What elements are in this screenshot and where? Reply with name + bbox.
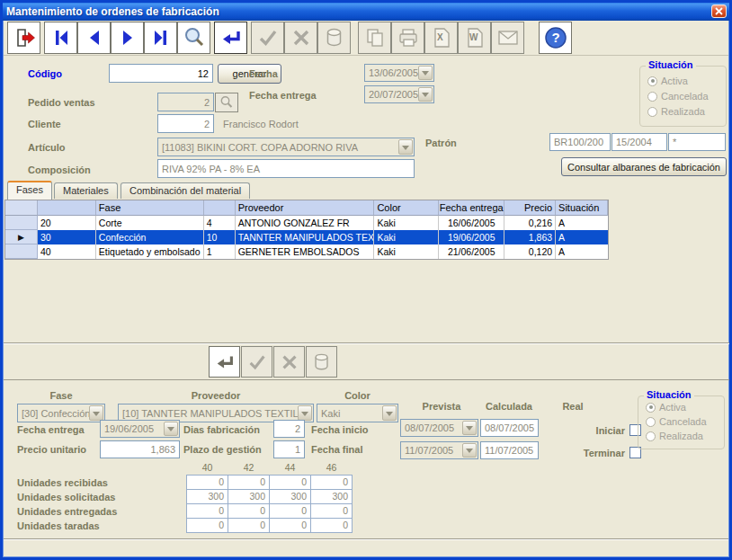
talla-cell[interactable]: 0 xyxy=(270,475,311,489)
fecha-final-prevista-combo[interactable]: 11/07/2005 xyxy=(400,441,478,459)
talla-cell[interactable]: 0 xyxy=(311,475,353,489)
fecha-label: Fecha xyxy=(249,68,278,79)
chevron-down-icon xyxy=(298,405,312,421)
fecha-final-label: Fecha final xyxy=(311,444,362,455)
pedido-lookup-button[interactable] xyxy=(215,93,238,112)
tallas-grid: 40 42 44 46 0 0 0 0 300 300 300 300 0 0 … xyxy=(186,460,353,533)
patron-input-2[interactable]: 15/2004 xyxy=(611,133,667,151)
col-precio[interactable]: Precio xyxy=(504,200,556,216)
search-icon xyxy=(183,26,206,49)
talla-cell[interactable]: 0 xyxy=(228,503,270,518)
talla-cell[interactable]: 0 xyxy=(311,503,353,518)
consultar-albaranes-button[interactable]: Consultar albaranes de fabricación xyxy=(561,157,727,176)
cylinder-icon xyxy=(311,351,333,373)
detail-radio-activa[interactable]: Activa xyxy=(646,402,686,413)
talla-cell[interactable]: 0 xyxy=(228,475,270,489)
fecha-inicio-calculada-input[interactable]: 08/07/2005 xyxy=(480,419,539,437)
dias-fabricacion-input[interactable]: 2 xyxy=(273,420,305,438)
talla-cell[interactable]: 300 xyxy=(311,489,353,503)
tallas-row-entregadas: 0 0 0 0 xyxy=(187,503,353,518)
last-record-icon xyxy=(149,26,173,49)
radio-cancelada[interactable]: Cancelada xyxy=(647,91,709,102)
copy-button xyxy=(358,22,391,54)
talla-cell[interactable]: 0 xyxy=(270,518,311,532)
table-row-selected[interactable]: ▶ 30 Confección 10 TANNTER MANIPULADOS T… xyxy=(5,230,608,244)
table-row[interactable]: 40 Etiquetado y embolsado 1 GERNETER EMB… xyxy=(5,244,608,259)
codigo-input[interactable]: 12 xyxy=(109,64,213,83)
talla-cell[interactable]: 300 xyxy=(228,489,270,503)
svg-text:?: ? xyxy=(551,30,559,45)
fecha-inicio-label: Fecha inicio xyxy=(311,424,369,435)
talla-cell[interactable]: 0 xyxy=(187,475,228,489)
fecha-entrega-combo[interactable]: 20/07/2005 xyxy=(364,85,434,103)
precio-unitario-input[interactable]: 1,863 xyxy=(100,440,180,458)
cliente-nombre: Francisco Rodort xyxy=(223,119,299,129)
last-record-button[interactable] xyxy=(144,22,177,54)
talla-cell[interactable]: 300 xyxy=(187,489,228,503)
first-record-button[interactable] xyxy=(44,22,77,54)
previous-record-icon xyxy=(83,26,106,49)
detail-proveedor-label: Proveedor xyxy=(118,390,314,401)
confirm-button xyxy=(251,22,284,54)
radio-icon xyxy=(647,92,657,102)
radio-activa[interactable]: Activa xyxy=(647,76,688,86)
prevista-label: Prevista xyxy=(407,401,476,412)
codigo-label: Código xyxy=(28,68,62,79)
detail-fase-combo[interactable]: [30] Confección xyxy=(17,404,105,422)
tab-combinacion-material[interactable]: Combinación del material xyxy=(121,182,250,199)
svg-text:W: W xyxy=(469,32,478,42)
fecha-combo[interactable]: 13/06/2005 xyxy=(364,64,434,82)
detail-radio-realizada[interactable]: Realizada xyxy=(646,431,703,441)
talla-cell[interactable]: 0 xyxy=(228,518,270,532)
col-color[interactable]: Color xyxy=(374,200,439,216)
talla-cell[interactable]: 300 xyxy=(270,489,311,503)
send-mail-button xyxy=(491,22,524,54)
unidades-taradas-label: Unidades taradas xyxy=(17,520,100,531)
table-row[interactable]: 20 Corte 4 ANTONIO GONZALEZ FR Kaki 16/0… xyxy=(5,216,608,230)
fecha-final-calculada-input[interactable]: 11/07/2005 xyxy=(480,441,539,459)
pedido-ventas-input[interactable]: 2 xyxy=(157,93,214,111)
fases-table-header: Fase Proveedor Color Fecha entrega Preci… xyxy=(5,200,608,216)
detail-fase-label: Fase xyxy=(17,390,105,401)
tab-materiales[interactable]: Materiales xyxy=(54,182,118,199)
exit-button[interactable] xyxy=(7,22,40,54)
detail-situacion-groupbox: Situación Activa Cancelada Realizada xyxy=(638,396,725,449)
col-proveedor[interactable]: Proveedor xyxy=(236,200,375,216)
talla-cell[interactable]: 0 xyxy=(187,518,228,532)
tallas-row-solicitadas: 300 300 300 300 xyxy=(187,489,353,503)
composicion-input[interactable]: RIVA 92% PA - 8% EA xyxy=(157,159,415,178)
detail-color-combo[interactable]: Kaki xyxy=(317,404,398,422)
close-button[interactable] xyxy=(711,4,727,18)
patron-input-1[interactable]: BR100/200 xyxy=(549,133,611,151)
plazo-gestion-input[interactable]: 1 xyxy=(273,440,305,458)
help-button[interactable]: ? xyxy=(539,22,572,54)
tallas-row-recibidas: 0 0 0 0 xyxy=(187,475,353,489)
enter-button[interactable] xyxy=(214,22,247,54)
tab-fases[interactable]: Fases xyxy=(7,181,52,200)
talla-cell[interactable]: 0 xyxy=(187,503,228,518)
previous-record-button[interactable] xyxy=(77,22,111,54)
app-window: Mantenimiento de ordenes de fabricación xyxy=(0,0,732,560)
word-icon: W xyxy=(463,26,487,49)
col-fecha-entrega[interactable]: Fecha entrega xyxy=(439,200,504,216)
fecha-entrega-label: Fecha entrega xyxy=(249,90,317,101)
detail-color-label: Color xyxy=(317,390,398,401)
fecha-inicio-prevista-combo[interactable]: 08/07/2005 xyxy=(400,419,478,437)
next-record-button[interactable] xyxy=(111,22,144,54)
mail-icon xyxy=(496,26,520,49)
patron-input-3[interactable]: * xyxy=(668,133,726,151)
talla-cell[interactable]: 0 xyxy=(311,518,353,532)
articulo-combo[interactable]: [11083] BIKINI CORT. COPA ADORNO RIVA xyxy=(157,138,415,156)
talla-cell[interactable]: 0 xyxy=(270,503,311,518)
detail-enter-button[interactable] xyxy=(209,346,240,378)
status-strip xyxy=(4,538,728,557)
svg-text:X: X xyxy=(437,32,443,42)
detail-radio-cancelada[interactable]: Cancelada xyxy=(646,416,707,427)
radio-realizada[interactable]: Realizada xyxy=(647,106,705,117)
col-situacion[interactable]: Situación xyxy=(556,200,608,216)
cliente-input[interactable]: 2 xyxy=(157,114,214,133)
col-fase[interactable]: Fase xyxy=(96,200,204,216)
detail-fecha-entrega-combo[interactable]: 19/06/2005 xyxy=(100,420,180,438)
x-icon xyxy=(279,351,300,373)
search-button[interactable] xyxy=(177,22,210,54)
